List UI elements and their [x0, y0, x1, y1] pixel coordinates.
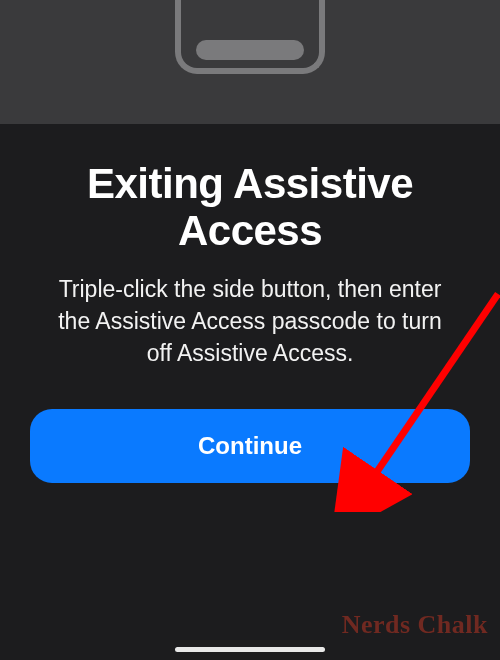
button-container: Continue	[0, 369, 500, 483]
status-image-bar	[0, 0, 500, 124]
dialog-subtitle: Triple-click the side button, then enter…	[28, 274, 472, 369]
dialog-title: Exiting Assistive Access	[28, 160, 472, 254]
continue-button[interactable]: Continue	[30, 409, 470, 483]
home-indicator-icon	[175, 647, 325, 652]
dialog-content: Exiting Assistive Access Triple-click th…	[0, 124, 500, 369]
watermark-text: Nerds Chalk	[342, 610, 488, 640]
phone-outline-icon	[175, 0, 325, 74]
